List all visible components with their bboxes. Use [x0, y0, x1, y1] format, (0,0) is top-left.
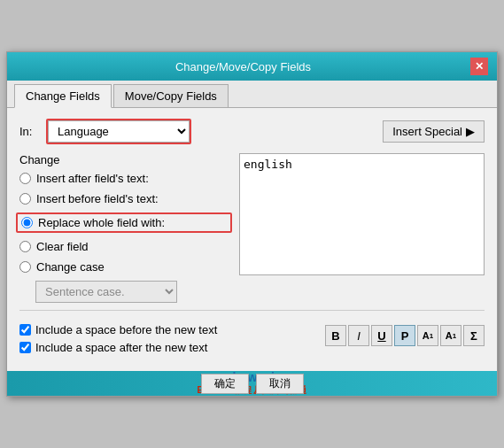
radio-clear-field[interactable] — [19, 241, 31, 252]
ok-button[interactable]: 确定 — [201, 374, 249, 394]
radio-insert-before[interactable] — [19, 193, 31, 205]
radio-replace-whole-row: Replace whole field with: — [16, 212, 232, 233]
checkbox-space-after-label[interactable]: Include a space after the new text — [35, 341, 207, 354]
radio-change-case-row: Change case — [19, 260, 232, 274]
divider — [19, 310, 485, 311]
change-group-label: Change — [19, 153, 232, 166]
insert-special-label: Insert Special — [392, 125, 462, 138]
main-area: Change Insert after field's text: Insert… — [19, 153, 485, 303]
radio-clear-field-row: Clear field — [19, 240, 232, 253]
radio-replace-whole[interactable] — [21, 217, 33, 228]
insert-special-arrow: ▶ — [466, 125, 475, 138]
text-area-panel: english — [239, 153, 485, 303]
fmt-plain-button[interactable]: P — [394, 325, 415, 346]
title-bar: Change/Move/Copy Fields ✕ — [7, 52, 497, 81]
in-label: In: — [19, 125, 39, 138]
dialog-window: Change/Move/Copy Fields ✕ Change Fields … — [6, 51, 498, 397]
case-select-wrapper: Sentence case. UPPERCASE lowercase Title… — [35, 281, 232, 303]
fmt-superscript-button[interactable]: A1 — [417, 325, 438, 346]
in-select[interactable]: Language Title Author Year Journal — [48, 120, 190, 143]
bottom-area: Include a space before the new text Incl… — [19, 318, 485, 360]
checkbox-space-before-row: Include a space before the new text — [19, 323, 325, 336]
radio-insert-after-row: Insert after field's text: — [19, 172, 232, 185]
field-text-area[interactable]: english — [239, 153, 485, 275]
radio-replace-whole-label[interactable]: Replace whole field with: — [38, 216, 165, 229]
close-button[interactable]: ✕ — [470, 58, 488, 75]
cancel-button[interactable]: 取消 — [256, 374, 304, 394]
in-select-wrapper: Language Title Author Year Journal — [46, 119, 191, 144]
fmt-bold-button[interactable]: B — [325, 325, 346, 346]
checkboxes-col: Include a space before the new text Incl… — [19, 323, 325, 359]
tab-change-fields[interactable]: Change Fields — [14, 84, 112, 108]
insert-special-button[interactable]: Insert Special ▶ — [383, 120, 485, 143]
radio-insert-after-label[interactable]: Insert after field's text: — [36, 172, 149, 185]
radio-change-case[interactable] — [19, 261, 31, 273]
change-panel: Change Insert after field's text: Insert… — [19, 153, 232, 303]
radio-insert-after[interactable] — [19, 173, 31, 184]
fmt-underline-button[interactable]: U — [371, 325, 392, 346]
case-select[interactable]: Sentence case. UPPERCASE lowercase Title… — [35, 281, 177, 303]
fmt-subscript-button[interactable]: A1 — [440, 325, 461, 346]
radio-insert-before-label[interactable]: Insert before field's text: — [36, 192, 159, 205]
radio-insert-before-row: Insert before field's text: — [19, 192, 232, 205]
radio-change-case-label[interactable]: Change case — [36, 260, 105, 274]
checkbox-space-after[interactable] — [19, 342, 31, 353]
radio-clear-field-label[interactable]: Clear field — [36, 240, 89, 253]
dialog-footer: www.howsci.com EndNote教程 从入门到精通 确定 取消 — [7, 371, 497, 396]
fmt-sigma-button[interactable]: Σ — [463, 325, 485, 346]
formatting-bar: B I U P A1 A1 Σ — [325, 323, 485, 346]
checkbox-space-before[interactable] — [19, 324, 31, 336]
checkbox-space-after-row: Include a space after the new text — [19, 341, 325, 354]
fmt-italic-button[interactable]: I — [348, 325, 369, 346]
tabs-bar: Change Fields Move/Copy Fields — [7, 81, 497, 108]
in-row: In: Language Title Author Year Journal I… — [19, 119, 485, 144]
checkbox-space-before-label[interactable]: Include a space before the new text — [35, 323, 217, 336]
dialog-content: In: Language Title Author Year Journal I… — [7, 108, 497, 371]
dialog-title: Change/Move/Copy Fields — [16, 60, 470, 73]
tab-move-copy-fields[interactable]: Move/Copy Fields — [113, 84, 229, 107]
